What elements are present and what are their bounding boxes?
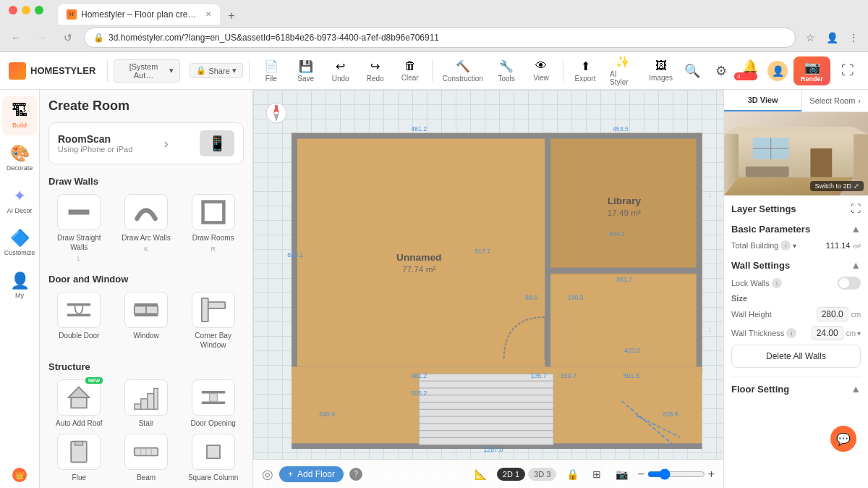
- render-button[interactable]: 📷 Render: [793, 56, 830, 85]
- structure-grid: NEW Auto Add Roof Stair: [48, 379, 244, 482]
- sidebar-item-ai-decor[interactable]: ✦ AI Decor: [2, 181, 37, 221]
- layer-settings-header: Layer Settings ⛶: [731, 203, 861, 214]
- zoom-slider[interactable]: [647, 468, 705, 480]
- measure-tool-button[interactable]: 📐: [471, 464, 491, 484]
- forward-button[interactable]: →: [32, 28, 52, 48]
- basic-params-header: Basic Parameters ▲: [731, 223, 861, 235]
- total-building-info[interactable]: i: [780, 240, 791, 251]
- settings-toolbar-button[interactable]: ⚙: [710, 59, 733, 83]
- view-3d-button[interactable]: 3D 3: [528, 468, 556, 481]
- beam-tool[interactable]: Beam: [116, 434, 177, 482]
- sidebar-item-customize[interactable]: 🔷 Customize: [2, 223, 37, 263]
- reload-button[interactable]: ↺: [58, 28, 78, 48]
- svg-rect-84: [810, 148, 832, 177]
- door-opening-tool[interactable]: Door Opening: [182, 379, 244, 428]
- corner-bay-window-tool[interactable]: Corner Bay Window: [182, 292, 244, 350]
- window-tool[interactable]: Window: [116, 292, 177, 350]
- sidebar-item-build[interactable]: 🏗 Build: [2, 96, 37, 135]
- draw-rooms-tool[interactable]: Draw Rooms R: [182, 194, 244, 262]
- wall-height-input: 280.0 cm: [817, 307, 861, 321]
- svg-text:591.3: 591.3: [624, 372, 639, 379]
- view-2d-button[interactable]: 2D 1: [497, 468, 525, 481]
- new-tab-button[interactable]: +: [223, 7, 240, 25]
- lock-walls-info[interactable]: i: [772, 278, 782, 288]
- sidebar-item-decorate[interactable]: 🎨 Decorate: [2, 138, 37, 178]
- chevron-right-icon: ›: [858, 96, 861, 105]
- wall-thickness-info[interactable]: i: [786, 328, 796, 338]
- clear-action[interactable]: 🗑 Clear: [394, 56, 426, 85]
- beam-label: Beam: [137, 473, 156, 482]
- double-door-tool[interactable]: Double Door: [48, 292, 110, 350]
- lock-walls-toggle[interactable]: [838, 277, 861, 290]
- total-building-row: Total Building i ▾ 111.14 m²: [731, 240, 861, 251]
- tab-close-button[interactable]: ✕: [205, 10, 211, 18]
- construction-action[interactable]: 🔨 Construction: [438, 56, 488, 85]
- roomscan-button[interactable]: RoomScan Using iPhone or iPad › 📱: [48, 122, 244, 164]
- ai-styler-action[interactable]: ✨ AI Styler: [604, 52, 641, 89]
- switch-2d-button[interactable]: Switch to 2D ⤢: [810, 181, 864, 191]
- crown-badge[interactable]: 👑: [12, 468, 27, 482]
- floor-setting-toggle[interactable]: ▲: [851, 383, 861, 395]
- minimize-traffic-dot[interactable]: [22, 6, 30, 14]
- save-action[interactable]: 💾 Save: [290, 56, 322, 85]
- active-tab[interactable]: H Homestyler – Floor plan crea… ✕: [58, 4, 220, 25]
- left-sidebar: 🏗 Build 🎨 Decorate ✦ AI Decor 🔷 Customiz…: [0, 90, 40, 488]
- zoom-out-button[interactable]: −: [637, 468, 644, 481]
- canvas-area[interactable]: N: [253, 90, 723, 488]
- export-action[interactable]: ⬆ Export: [569, 56, 601, 85]
- help-button[interactable]: ?: [349, 468, 362, 481]
- lock-button[interactable]: 🔒: [562, 464, 582, 484]
- draw-straight-walls-tool[interactable]: Draw Straight Walls L: [48, 194, 110, 262]
- sidebar-item-my[interactable]: 👤 My: [2, 266, 37, 306]
- stair-tool[interactable]: Stair: [116, 379, 177, 428]
- notification-badge: 3: [734, 72, 757, 80]
- svg-rect-25: [207, 445, 220, 458]
- search-toolbar-button[interactable]: 🔍: [681, 59, 704, 83]
- draw-arc-walls-shortcut: K: [144, 245, 148, 253]
- extensions-button[interactable]: ⋮: [845, 29, 862, 46]
- corner-bay-label: Corner Bay Window: [182, 331, 244, 350]
- images-action[interactable]: 🖼 Images: [644, 56, 678, 85]
- share-button[interactable]: 🔒 Share ▾: [190, 63, 242, 78]
- 3d-preview-box: Switch to 2D ⤢: [724, 112, 868, 195]
- zoom-in-button[interactable]: +: [708, 468, 715, 481]
- wall-settings-toggle[interactable]: ▲: [851, 259, 861, 271]
- close-traffic-dot[interactable]: [9, 6, 17, 14]
- wall-thickness-label: Wall Thickness i: [731, 328, 796, 338]
- draw-arc-walls-tool[interactable]: Draw Arc Walls K: [116, 194, 177, 262]
- dashed-lines: [615, 394, 687, 452]
- right-panel: 3D View Select Room ›: [723, 90, 868, 488]
- flue-tool[interactable]: Flue: [48, 434, 110, 482]
- system-auto-button[interactable]: [System Aut… ▾: [114, 59, 180, 83]
- total-building-label: Total Building i ▾: [731, 240, 796, 251]
- grid-button[interactable]: ⊞: [587, 464, 607, 484]
- basic-params-toggle[interactable]: ▲: [851, 223, 861, 235]
- back-button[interactable]: ←: [6, 28, 26, 48]
- view-toggle: 2D 1 3D 3: [497, 468, 557, 481]
- compass: N: [265, 101, 288, 125]
- 3d-view-button[interactable]: 3D View: [724, 90, 801, 112]
- select-room-button[interactable]: Select Room ›: [802, 90, 868, 112]
- add-floor-button[interactable]: + Add Floor: [279, 466, 344, 482]
- layer-expand-button[interactable]: ⛶: [851, 203, 861, 214]
- delete-all-walls-button[interactable]: Delete All Walls: [731, 345, 861, 368]
- photo-button[interactable]: 📷: [611, 464, 631, 484]
- svg-text:Library: Library: [608, 195, 642, 206]
- lock-walls-row: Lock Walls i: [731, 277, 861, 290]
- fullscreen-button[interactable]: ⛶: [836, 59, 859, 83]
- profile-button[interactable]: 👤: [823, 29, 841, 46]
- tools-action[interactable]: 🔧 Tools: [490, 56, 522, 85]
- redo-action[interactable]: ↪ Redo: [359, 56, 391, 85]
- square-column-tool[interactable]: Square Column: [182, 434, 244, 482]
- svg-rect-20: [75, 442, 83, 445]
- url-bar[interactable]: 🔒 3d.homestyler.com/?lang=en_US&assetId=…: [84, 28, 796, 48]
- undo-action[interactable]: ↩ Undo: [325, 56, 357, 85]
- bookmark-button[interactable]: ☆: [801, 29, 819, 46]
- chat-button[interactable]: 💬: [830, 426, 856, 452]
- draw-walls-title: Draw Walls: [48, 176, 244, 187]
- auto-add-roof-tool[interactable]: NEW Auto Add Roof: [48, 379, 110, 428]
- maximize-traffic-dot[interactable]: [35, 6, 43, 14]
- view-action[interactable]: 👁 View: [525, 56, 557, 85]
- file-action[interactable]: 📄 File: [255, 56, 287, 85]
- user-avatar[interactable]: 👤: [767, 61, 788, 81]
